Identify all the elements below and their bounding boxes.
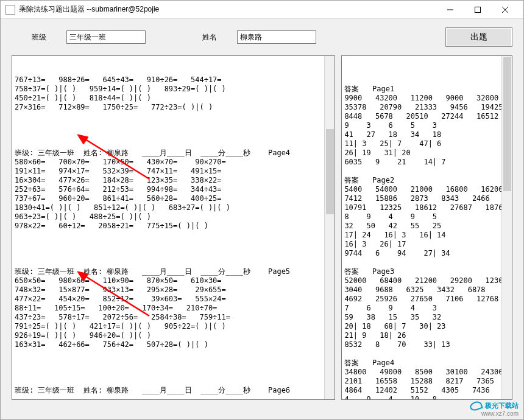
svg-rect-1: [475, 7, 480, 12]
window-controls: [436, 1, 519, 18]
questions-pane[interactable]: 767÷13= 988÷26= 645÷43= 910÷26= 544÷17= …: [12, 55, 335, 400]
watermark-url: www.xz7.com: [470, 410, 519, 417]
questions-text: 767÷13= 988÷26= 645÷43= 910÷26= 544÷17= …: [12, 74, 335, 396]
app-window: 乘除法练习题出题器 --submariner@52pojie 班级 姓名 出题 …: [0, 0, 524, 420]
class-label: 班级: [12, 32, 66, 43]
maximize-button[interactable]: [464, 1, 491, 18]
app-icon: [5, 5, 15, 15]
answers-pane[interactable]: 答案 Page1 9900 43200 11200 9000 32000 353…: [341, 55, 512, 400]
minimize-button[interactable]: [436, 1, 464, 18]
content-body: 767÷13= 988÷26= 645÷43= 910÷26= 544÷17= …: [1, 55, 523, 411]
watermark-brand: 极光下载站: [485, 402, 519, 409]
answers-scrollbar[interactable]: [501, 56, 512, 399]
class-input[interactable]: [66, 30, 146, 44]
questions-scrollbar[interactable]: [324, 56, 335, 399]
close-button[interactable]: [491, 1, 519, 18]
watermark: 极光下载站 www.xz7.com: [470, 401, 519, 417]
generate-button[interactable]: 出题: [445, 27, 512, 47]
answers-text: 答案 Page1 9900 43200 11200 9000 32000 353…: [342, 74, 512, 400]
scrollbar-thumb[interactable]: [503, 57, 511, 191]
input-row: 班级 姓名 出题: [1, 19, 523, 55]
name-label: 姓名: [182, 32, 237, 43]
titlebar: 乘除法练习题出题器 --submariner@52pojie: [1, 1, 523, 19]
window-title: 乘除法练习题出题器 --submariner@52pojie: [19, 4, 436, 15]
scrollbar-thumb[interactable]: [326, 129, 334, 214]
name-input[interactable]: [237, 30, 316, 44]
